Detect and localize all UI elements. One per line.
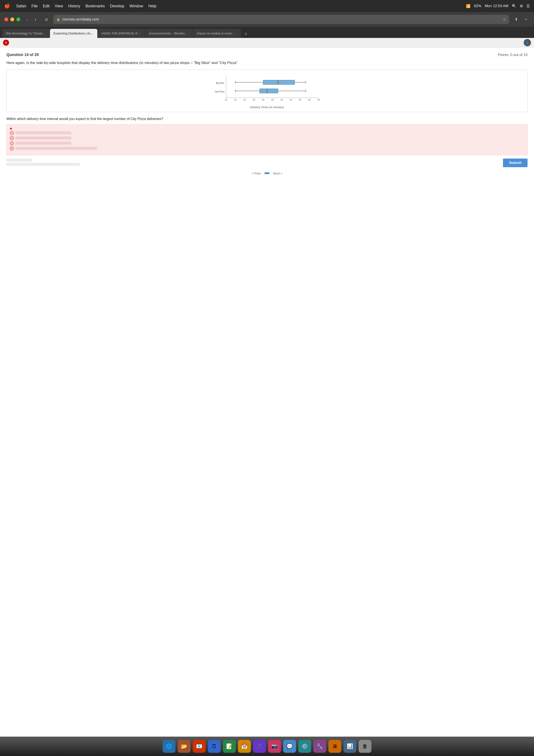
minimize-window-button[interactable] <box>10 17 14 21</box>
tab-label-1: Examining Distributions | Acrobatiq <box>53 32 94 35</box>
svg-text:Big Slice: Big Slice <box>216 82 224 84</box>
dock-app-4[interactable]: 📝 <box>223 740 236 753</box>
nav-buttons: ‹ › <box>24 16 39 23</box>
refresh-icon[interactable]: ↻ <box>503 17 506 21</box>
siri-icon[interactable]: ⚙ <box>520 4 523 9</box>
mac-dock: 🌐 📂 📧 🗒 📝 📅 🎵 📷 💬 ⚙️ 🔧 🖥 📊 🗑 <box>0 737 534 756</box>
url-display[interactable]: courses.acrobatiq.com <box>62 17 501 21</box>
close-window-button[interactable] <box>4 17 8 21</box>
option-text-3 <box>15 142 71 145</box>
dock-app-6[interactable]: 🎵 <box>253 740 266 753</box>
menu-safari[interactable]: Safari <box>16 4 26 9</box>
svg-rect-17 <box>263 80 294 84</box>
tab-2[interactable]: USING THE EMPIRICAL RULE <box>98 29 145 38</box>
dock-app-12[interactable]: 📊 <box>343 740 356 753</box>
control-icon[interactable]: ☰ <box>526 4 530 9</box>
tab-label-4: Impact on median & mean: increasing... <box>197 32 237 35</box>
submit-button[interactable]: Submit <box>503 159 527 167</box>
answer-option-3[interactable] <box>10 142 524 145</box>
tab-label-2: USING THE EMPIRICAL RULE <box>101 32 142 35</box>
dock-trash[interactable]: 🗑 <box>359 740 371 753</box>
question-text-2: Within which delivery time interval woul… <box>7 116 527 122</box>
dock-app-8[interactable]: 💬 <box>283 740 296 753</box>
question-points: Points: 0 out of 10 <box>498 53 527 57</box>
option-text-2 <box>15 137 71 139</box>
option-text-4 <box>15 147 97 150</box>
svg-text:15: 15 <box>225 99 227 101</box>
back-button[interactable]: ‹ <box>24 16 31 23</box>
dock-app-11[interactable]: 🖥 <box>328 740 341 753</box>
menu-develop[interactable]: Develop <box>110 4 124 9</box>
browser-actions: ⬆ + <box>513 16 530 23</box>
menu-bookmarks[interactable]: Bookmarks <box>86 4 105 9</box>
menu-view[interactable]: View <box>55 4 63 9</box>
new-tab-plus-button[interactable]: + <box>242 30 250 38</box>
menu-window[interactable]: Window <box>129 4 143 9</box>
sidebar-button[interactable]: ⊟ <box>43 16 50 23</box>
tabs-bar: (94) Moneybagg Yo "Ocean Spray" (Pro... … <box>0 27 534 38</box>
answer-area[interactable] <box>7 124 527 155</box>
share-button[interactable]: ⬆ <box>513 16 520 23</box>
radio-3[interactable] <box>10 142 13 145</box>
svg-text:60: 60 <box>308 99 311 101</box>
svg-rect-23 <box>260 89 278 93</box>
svg-text:30: 30 <box>253 99 255 101</box>
pagination-row: < Prev Next > <box>7 172 527 175</box>
svg-text:50: 50 <box>290 99 292 101</box>
clock: Mon 12:03 AM <box>485 4 508 8</box>
dock-app-9[interactable]: ⚙️ <box>298 740 311 753</box>
current-page-button[interactable] <box>265 172 269 174</box>
dock-app-2[interactable]: 📧 <box>193 740 206 753</box>
tab-4[interactable]: Impact on median & mean: increasing... <box>193 29 241 38</box>
svg-text:55: 55 <box>299 99 301 101</box>
radio-1[interactable] <box>10 131 13 135</box>
next-button[interactable]: Next > <box>273 172 283 175</box>
answer-option-2[interactable] <box>10 136 524 140</box>
apple-icon: 🍎 <box>4 3 10 9</box>
mac-status-bar: 📶 62% Mon 12:03 AM 🔍 ⚙ ☰ <box>466 4 530 9</box>
svg-text:35: 35 <box>262 99 265 101</box>
address-bar[interactable]: 🔒 courses.acrobatiq.com ↻ <box>53 15 509 24</box>
question-number: Question 14 of 20 <box>7 53 39 57</box>
dock-app-7[interactable]: 📷 <box>268 740 281 753</box>
boxplot-chart: 15 20 25 30 35 40 45 50 55 60 65 Big Sli… <box>213 74 321 104</box>
battery-icon: 62% <box>474 4 481 8</box>
answer-option-1[interactable] <box>10 131 524 135</box>
traffic-lights <box>4 17 20 21</box>
svg-text:20: 20 <box>234 99 237 101</box>
tab-0[interactable]: (94) Moneybagg Yo "Ocean Spray" (Pro... <box>2 29 50 38</box>
search-icon[interactable]: 🔍 <box>512 4 516 9</box>
chart-container: 15 20 25 30 35 40 45 50 55 60 65 Big Sli… <box>7 69 527 112</box>
error-indicator <box>10 128 12 129</box>
svg-text:45: 45 <box>280 99 283 101</box>
menu-file[interactable]: File <box>32 4 38 9</box>
answer-option-4[interactable] <box>10 147 524 150</box>
x-axis-label: Delivery Times (in minutes) <box>250 106 284 109</box>
new-tab-button[interactable]: + <box>522 16 530 23</box>
tab-label-0: (94) Moneybagg Yo "Ocean Spray" (Pro... <box>6 32 46 35</box>
feedback-text <box>7 163 80 166</box>
bookmark-favicon: A <box>3 40 9 46</box>
menu-help[interactable]: Help <box>148 4 156 9</box>
svg-text:40: 40 <box>271 99 274 101</box>
prev-button[interactable]: < Prev <box>251 172 261 175</box>
mac-menubar: 🍎 Safari File Edit View History Bookmark… <box>0 0 534 12</box>
lock-icon: 🔒 <box>56 18 60 21</box>
user-avatar[interactable]: 👤 <box>524 39 531 46</box>
forward-button[interactable]: › <box>32 16 39 23</box>
tab-1[interactable]: Examining Distributions | Acrobatiq <box>50 29 97 38</box>
option-text-1 <box>15 131 71 134</box>
dock-app-3[interactable]: 🗒 <box>208 740 221 753</box>
dock-app-1[interactable]: 📂 <box>178 740 191 753</box>
menu-history[interactable]: History <box>68 4 80 9</box>
fullscreen-window-button[interactable] <box>16 17 20 21</box>
menu-edit[interactable]: Edit <box>43 4 50 9</box>
radio-4[interactable] <box>10 147 13 150</box>
tab-3[interactable]: Announcements – Blackboard Learn <box>145 29 193 38</box>
dock-finder[interactable]: 🌐 <box>163 740 175 753</box>
radio-2[interactable] <box>10 136 13 140</box>
status-text <box>7 159 32 162</box>
dock-app-10[interactable]: 🔧 <box>313 740 326 753</box>
dock-app-5[interactable]: 📅 <box>238 740 251 753</box>
status-area <box>7 159 80 167</box>
